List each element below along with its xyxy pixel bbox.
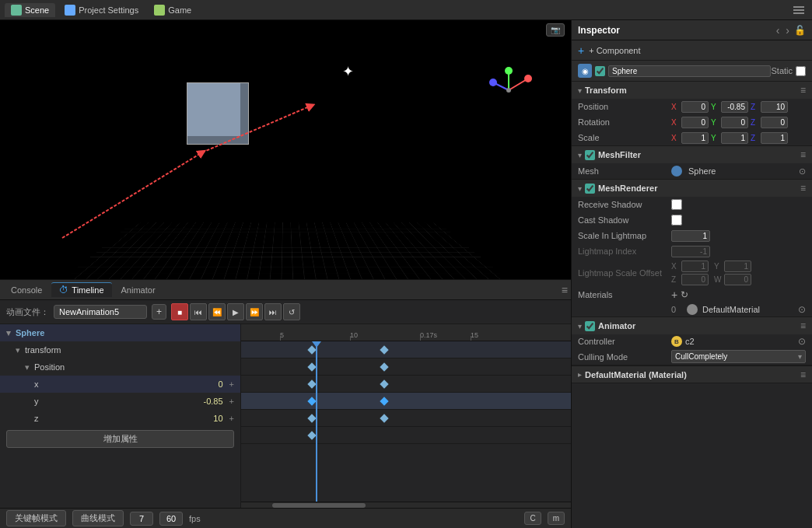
kf-position-1[interactable] — [307, 379, 316, 388]
tab-animator[interactable]: Animator — [114, 284, 163, 296]
scale-label: Scale — [578, 133, 671, 142]
rotation-xyz: X Y Z — [671, 117, 788, 128]
add-component-icon[interactable]: + — [578, 44, 584, 57]
meshrenderer-check[interactable] — [585, 184, 595, 194]
next-keyframe-button[interactable]: ⏭ — [264, 303, 282, 320]
prev-keyframe-button[interactable]: ⏮ — [190, 303, 207, 320]
add-component-label[interactable]: + Component — [589, 46, 640, 55]
kf-z-1[interactable] — [307, 431, 316, 439]
meshfilter-check[interactable] — [585, 150, 595, 160]
static-check[interactable] — [796, 66, 806, 76]
lm-y-input[interactable] — [724, 261, 751, 272]
rotation-x-input[interactable] — [681, 117, 709, 128]
scroll-right-btn[interactable]: m — [548, 512, 565, 525]
controller-pick-button[interactable]: ⊙ — [798, 336, 806, 347]
panel-menu-icon[interactable]: ≡ — [562, 284, 568, 296]
scrollbar-thumb[interactable] — [272, 503, 366, 508]
meshrenderer-menu-icon[interactable]: ≡ — [800, 183, 806, 194]
receive-shadow-label: Receive Shadow — [578, 200, 671, 209]
inspector-scroll[interactable]: ◉ Static ▾ Transform ≡ Position X — [572, 61, 812, 528]
sy-label: Y — [711, 134, 719, 142]
receive-shadow-check[interactable] — [671, 199, 682, 210]
scale-x-input[interactable] — [681, 132, 709, 144]
receive-shadow-field: Receive Shadow — [572, 197, 812, 212]
material-pick-icon[interactable]: ⊙ — [798, 304, 806, 315]
kf-sphere-2[interactable] — [380, 345, 388, 354]
tab-console[interactable]: Console — [3, 284, 50, 296]
kf-sphere-1[interactable] — [307, 345, 316, 354]
culling-mode-dropdown[interactable]: CullCompletely ▾ — [671, 350, 806, 363]
lm-x-input[interactable] — [681, 261, 709, 272]
play-button[interactable]: ▶ — [227, 303, 244, 320]
position-y-input[interactable] — [721, 101, 748, 113]
nav-back-button[interactable]: ‹ — [775, 24, 782, 37]
kf-x-2[interactable] — [380, 397, 388, 405]
step-forward-button[interactable]: ⏩ — [246, 303, 263, 320]
transform-section: ▾ Transform ≡ Position X Y Z — [572, 82, 812, 146]
rotation-y-input[interactable] — [721, 117, 748, 128]
animator-check[interactable] — [585, 321, 595, 331]
kf-transform-2[interactable] — [380, 362, 388, 371]
mesh-renderer-header[interactable]: ▾ MeshRenderer ≡ — [572, 180, 812, 197]
nav-forward-button[interactable]: › — [784, 24, 791, 37]
rotation-z-input[interactable] — [761, 117, 788, 128]
kf-position-2[interactable] — [380, 379, 388, 388]
track-x-add[interactable]: + — [229, 379, 234, 389]
animator-menu-icon[interactable]: ≡ — [800, 320, 806, 331]
playhead[interactable] — [316, 341, 317, 502]
kf-transform-1[interactable] — [307, 362, 316, 371]
object-active-check[interactable] — [595, 66, 605, 76]
object-name-input[interactable] — [608, 65, 771, 77]
add-property-button[interactable]: 增加属性 — [6, 430, 234, 448]
track-z-label: z — [34, 414, 39, 423]
lm-w-input[interactable] — [724, 274, 751, 285]
loop-button[interactable]: ↺ — [283, 303, 300, 320]
frame-number-input[interactable] — [130, 512, 153, 526]
animator-section-header[interactable]: ▾ Animator ≡ — [572, 317, 812, 334]
track-z-add[interactable]: + — [229, 414, 234, 423]
scale-lightmap-input[interactable] — [671, 230, 710, 242]
tab-game[interactable]: Game — [148, 3, 198, 17]
scale-z-input[interactable] — [761, 132, 788, 144]
scene-viewport[interactable]: ✦ — [0, 20, 571, 279]
curve-mode-button[interactable]: 曲线模式 — [72, 510, 124, 526]
defmat-menu-icon[interactable]: ≡ — [800, 369, 806, 380]
lightmap-index-field: Lightmap Index — [572, 243, 812, 259]
viewport-camera-btn[interactable]: 📷 — [546, 23, 565, 37]
mesh-pick-icon[interactable]: ⊙ — [799, 166, 806, 177]
default-material-header[interactable]: ▸ DefaultMaterial (Material) ≡ — [572, 365, 812, 383]
record-button[interactable]: ■ — [171, 303, 188, 320]
track-y-add[interactable]: + — [229, 397, 234, 406]
lightmap-index-input[interactable] — [671, 246, 710, 257]
tab-timeline[interactable]: ⏱ Timeline — [51, 282, 111, 297]
kf-row-position — [241, 376, 571, 393]
anim-add-button[interactable]: + — [152, 304, 166, 320]
hamburger-menu[interactable] — [793, 5, 807, 16]
materials-reload-button[interactable]: ↻ — [681, 289, 688, 300]
kf-y-1[interactable] — [307, 414, 316, 422]
materials-add-button[interactable]: + — [671, 288, 677, 301]
keyframe-mode-button[interactable]: 关键帧模式 — [6, 510, 66, 526]
meshfilter-menu-icon[interactable]: ≡ — [800, 149, 806, 160]
transform-menu-icon[interactable]: ≡ — [800, 85, 806, 96]
position-x-input[interactable] — [681, 101, 709, 113]
tab-scene[interactable]: Scene — [5, 3, 55, 17]
tab-project-settings[interactable]: Project Settings — [58, 3, 145, 17]
scale-y-input[interactable] — [721, 132, 748, 144]
lock-button[interactable]: 🔓 — [794, 25, 806, 36]
step-back-button[interactable]: ⏪ — [208, 303, 226, 320]
lm-x-lbl: X — [671, 262, 679, 271]
mesh-filter-header[interactable]: ▾ MeshFilter ≡ — [572, 146, 812, 163]
scroll-left-btn[interactable]: C — [524, 512, 541, 525]
timeline-scrollbar[interactable] — [241, 502, 571, 508]
kf-y-2[interactable] — [380, 414, 388, 422]
fps-input[interactable] — [159, 512, 183, 526]
lm-z-lbl: Z — [671, 275, 679, 284]
kf-x-1[interactable] — [307, 397, 316, 405]
lm-z-input[interactable] — [681, 274, 709, 285]
scale-xyz: X Y Z — [671, 132, 788, 144]
position-z-input[interactable] — [761, 101, 788, 113]
anim-name-input[interactable] — [54, 305, 147, 319]
transform-section-header[interactable]: ▾ Transform ≡ — [572, 82, 812, 99]
cast-shadow-check[interactable] — [671, 215, 682, 226]
